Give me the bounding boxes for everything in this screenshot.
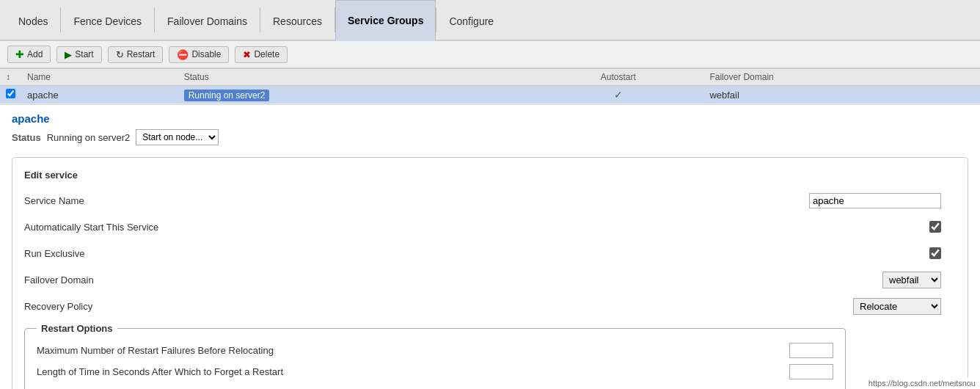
row-autostart: ✓	[533, 86, 703, 104]
tab-nodes[interactable]: Nodes	[6, 0, 60, 41]
service-name-row: Service Name	[24, 191, 956, 210]
row-status: Running on server2	[178, 86, 533, 104]
toolbar: ✚ Add ▶ Start ↻ Restart ⛔ Disable ✖ Dele…	[0, 41, 980, 68]
run-exclusive-control	[171, 247, 956, 259]
failover-domain-label: Failover Domain	[24, 275, 171, 286]
row-name: apache	[21, 86, 178, 104]
table-row[interactable]: apache Running on server2 ✓ webfail	[0, 86, 980, 104]
failover-domain-control: webfail none	[171, 272, 956, 288]
col-header-sort: ↕	[0, 69, 21, 86]
status-badge: Running on server2	[184, 90, 270, 101]
recovery-policy-row: Recovery Policy Relocate Restart Disable	[24, 297, 956, 316]
autostart-control	[171, 221, 956, 233]
forget-time-label: Length of Time in Seconds After Which to…	[37, 366, 789, 377]
start-icon: ▶	[65, 49, 72, 60]
forget-time-row: Length of Time in Seconds After Which to…	[37, 364, 833, 379]
tab-resources[interactable]: Resources	[260, 0, 334, 41]
service-name-label: Service Name	[24, 195, 171, 206]
detail-title: apache	[12, 112, 968, 125]
run-exclusive-checkbox[interactable]	[929, 247, 941, 259]
service-groups-table: ↕ Name Status Autostart Failover Domain …	[0, 68, 980, 104]
service-groups-table-area: ↕ Name Status Autostart Failover Domain …	[0, 68, 980, 104]
restart-options-fieldset: Restart Options Maximum Number of Restar…	[24, 323, 846, 389]
recovery-policy-select[interactable]: Relocate Restart Disable	[853, 298, 941, 315]
recovery-policy-control: Relocate Restart Disable	[171, 298, 956, 315]
add-icon: ✚	[15, 48, 24, 60]
autostart-label: Automatically Start This Service	[24, 222, 171, 233]
row-sort-handle	[0, 86, 21, 104]
recovery-policy-label: Recovery Policy	[24, 301, 171, 312]
nav-tabs: Nodes Fence Devices Failover Domains Res…	[0, 0, 980, 41]
disable-button[interactable]: ⛔ Disable	[169, 46, 229, 63]
restart-options-legend: Restart Options	[37, 323, 117, 334]
max-failures-label: Maximum Number of Restart Failures Befor…	[37, 345, 789, 356]
start-on-node-select[interactable]: Start on node... server1 server2	[136, 129, 219, 145]
edit-service-title: Edit service	[24, 170, 956, 181]
col-header-name: Name	[21, 69, 178, 86]
tab-failover-domains[interactable]: Failover Domains	[155, 0, 260, 41]
service-name-input[interactable]	[809, 193, 941, 208]
disable-icon: ⛔	[177, 49, 189, 60]
service-name-control	[171, 193, 956, 208]
autostart-checkmark: ✓	[614, 89, 623, 101]
restart-button[interactable]: ↻ Restart	[108, 46, 164, 63]
tab-configure[interactable]: Configure	[436, 0, 506, 41]
disable-label: Disable	[191, 49, 221, 59]
detail-status-value: Running on server2	[47, 132, 130, 143]
col-header-autostart: Autostart	[533, 69, 703, 86]
autostart-row: Automatically Start This Service	[24, 217, 956, 236]
forget-time-input[interactable]	[789, 364, 833, 379]
add-label: Add	[27, 49, 43, 59]
start-label: Start	[75, 49, 93, 59]
failover-domain-row: Failover Domain webfail none	[24, 270, 956, 289]
delete-button[interactable]: ✖ Delete	[235, 46, 288, 63]
detail-status-row: Status Running on server2 Start on node.…	[12, 129, 968, 145]
row-checkbox[interactable]	[6, 89, 15, 98]
max-failures-row: Maximum Number of Restart Failures Befor…	[37, 343, 833, 358]
delete-icon: ✖	[243, 49, 251, 60]
footer-url: https://blog.csdn.net/meitsnou	[864, 377, 980, 389]
tab-fence-devices[interactable]: Fence Devices	[61, 0, 154, 41]
autostart-checkbox[interactable]	[929, 221, 941, 233]
detail-status-label: Status	[12, 132, 41, 143]
run-exclusive-row: Run Exclusive	[24, 244, 956, 263]
col-header-failover: Failover Domain	[703, 69, 980, 86]
col-header-status: Status	[178, 69, 533, 86]
max-failures-input[interactable]	[789, 343, 833, 358]
tab-service-groups[interactable]: Service Groups	[335, 0, 436, 41]
failover-domain-select[interactable]: webfail none	[882, 272, 941, 288]
start-button[interactable]: ▶ Start	[56, 46, 101, 63]
edit-service-section: Edit service Service Name Automatically …	[12, 157, 968, 389]
run-exclusive-label: Run Exclusive	[24, 248, 171, 259]
row-failover-domain: webfail	[703, 86, 980, 104]
restart-label: Restart	[127, 49, 156, 59]
delete-label: Delete	[254, 49, 279, 59]
restart-icon: ↻	[116, 49, 124, 60]
add-button[interactable]: ✚ Add	[7, 46, 51, 63]
detail-panel: apache Status Running on server2 Start o…	[0, 104, 980, 389]
